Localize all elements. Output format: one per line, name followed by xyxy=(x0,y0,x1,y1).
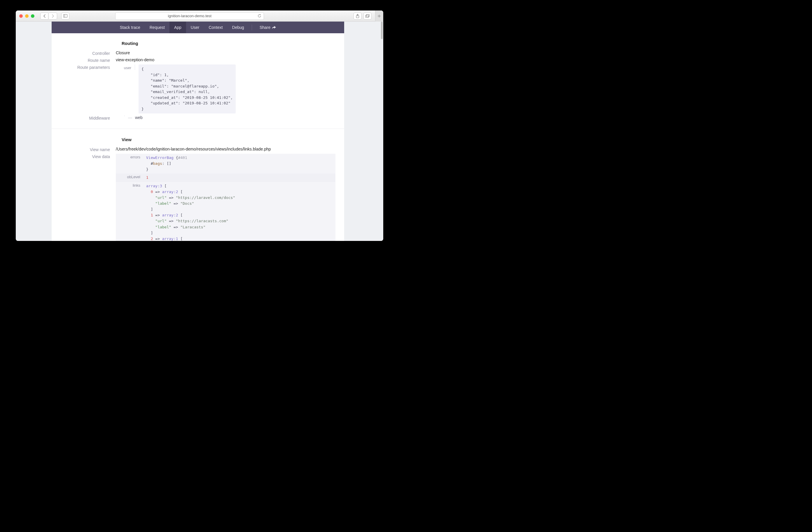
row-middleware: Middleware —web xyxy=(60,115,335,120)
value-middleware: web xyxy=(135,115,143,120)
titlebar: ignition-laracon-demo.test xyxy=(16,11,383,21)
value-controller: Closure xyxy=(116,51,335,55)
row-controller: Controller Closure xyxy=(60,51,335,56)
value-view-name: /Users/freek/dev/code/ignition-laracon-d… xyxy=(116,147,335,152)
label-route-name: Route name xyxy=(60,57,116,63)
nav-buttons xyxy=(40,13,57,19)
section-divider xyxy=(52,129,344,129)
forward-button[interactable] xyxy=(49,13,57,19)
label-route-params: Route parameters xyxy=(60,64,116,70)
back-button[interactable] xyxy=(40,13,48,19)
row-view-name: View name /Users/freek/dev/code/ignition… xyxy=(60,147,335,152)
url-text: ignition-laracon-demo.test xyxy=(168,14,212,18)
label-controller: Controller xyxy=(60,51,116,56)
window-controls xyxy=(19,14,34,18)
app-tab-content: Routing Controller Closure Route name vi… xyxy=(52,33,344,241)
svg-rect-5 xyxy=(366,14,369,17)
label-middleware: Middleware xyxy=(60,115,116,120)
new-tab-button[interactable] xyxy=(375,11,383,21)
view-data-dump: errorsViewErrorBag {#401 #bags: [] }obLe… xyxy=(116,154,335,241)
view-heading: View xyxy=(121,137,335,142)
tab-stack-trace[interactable]: Stack trace xyxy=(115,21,145,33)
reload-icon[interactable] xyxy=(258,14,261,18)
address-bar[interactable]: ignition-laracon-demo.test xyxy=(115,12,264,20)
tab-share[interactable]: Share xyxy=(255,21,280,33)
ignition-tabs: Stack trace Request App User Context Deb… xyxy=(52,21,344,33)
minimize-window-button[interactable] xyxy=(25,14,29,18)
row-route-name: Route name view-exception-demo xyxy=(60,57,335,63)
sidebar-toggle-button[interactable] xyxy=(61,13,69,19)
middleware-dash: — xyxy=(128,115,132,120)
browser-window: ignition-laracon-demo.test Stack trace R… xyxy=(16,11,383,241)
tab-request[interactable]: Request xyxy=(145,21,170,33)
ignition-page: Stack trace Request App User Context Deb… xyxy=(52,21,344,241)
tab-app[interactable]: App xyxy=(170,21,186,33)
toolbar-right xyxy=(353,13,372,19)
route-param-key: user xyxy=(116,64,135,70)
scrollbar-thumb[interactable] xyxy=(381,21,383,39)
share-arrow-icon xyxy=(272,26,276,29)
share-button[interactable] xyxy=(353,13,362,19)
close-window-button[interactable] xyxy=(19,14,23,18)
page-viewport[interactable]: Stack trace Request App User Context Deb… xyxy=(16,21,383,241)
label-view-data: View data xyxy=(60,154,116,159)
label-view-name: View name xyxy=(60,147,116,152)
share-label: Share xyxy=(260,25,270,30)
tab-separator xyxy=(252,25,252,30)
row-route-params: Route parameters user { "id": 1, "name":… xyxy=(60,64,335,113)
svg-rect-4 xyxy=(365,15,368,17)
row-view-data: View data errorsViewErrorBag {#401 #bags… xyxy=(60,154,335,241)
value-route-name: view-exception-demo xyxy=(116,57,335,62)
tab-debug[interactable]: Debug xyxy=(228,21,249,33)
routing-heading: Routing xyxy=(121,41,335,46)
route-param-json: { "id": 1, "name": "Marcel", "email": "m… xyxy=(139,64,236,113)
maximize-window-button[interactable] xyxy=(31,14,34,18)
tab-context[interactable]: Context xyxy=(204,21,227,33)
tabs-button[interactable] xyxy=(363,13,372,19)
svg-rect-0 xyxy=(63,15,67,17)
tab-user[interactable]: User xyxy=(186,21,204,33)
